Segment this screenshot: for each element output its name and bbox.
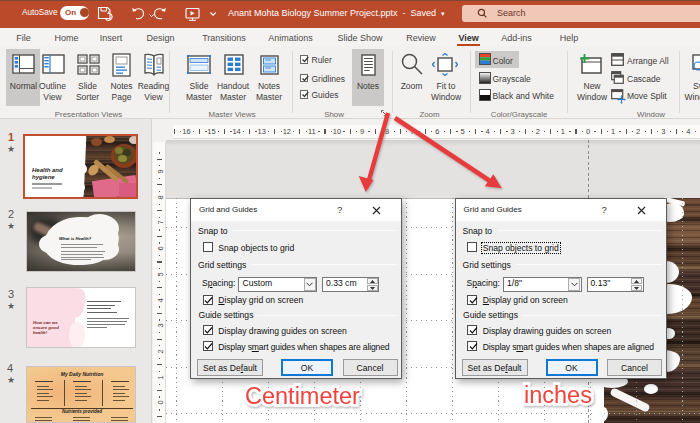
svg-text:inches: inches bbox=[524, 382, 592, 408]
svg-text:Centimeter: Centimeter bbox=[245, 383, 360, 409]
